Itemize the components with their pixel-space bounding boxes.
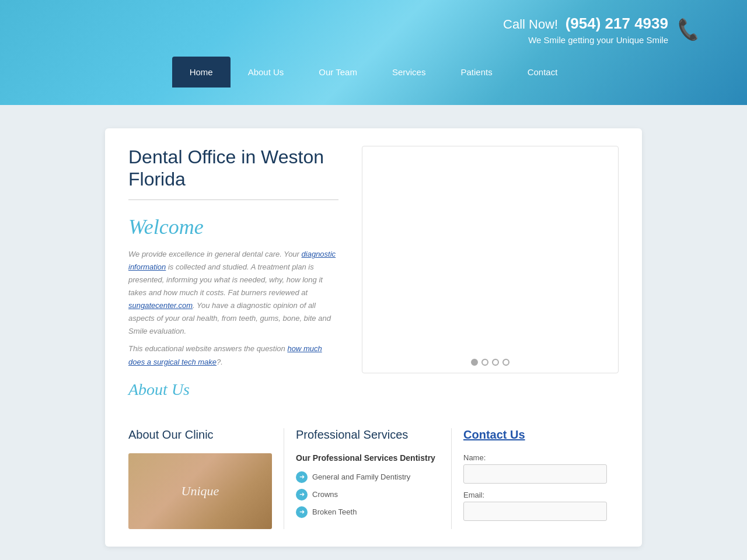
name-input[interactable]	[463, 464, 607, 484]
main-nav: Home About Us Our Team Services Patients…	[0, 57, 747, 88]
about-us-cursive: About Us	[128, 380, 338, 399]
call-label: Call Now!	[503, 17, 558, 32]
slider-dots	[471, 359, 509, 366]
nav-patients[interactable]: Patients	[443, 57, 509, 88]
phone-icon: 📞	[675, 17, 702, 43]
service-item-3: ➜ Broken Teeth	[296, 506, 439, 518]
contact-info: Call Now! (954) 217 4939 We Smile gettin…	[503, 15, 668, 45]
service-item-2: ➜ Crowns	[296, 489, 439, 501]
email-label: Email:	[463, 491, 607, 499]
dot-1[interactable]	[471, 359, 478, 366]
nav-home[interactable]: Home	[172, 57, 231, 88]
about-clinic-heading: About Our Clinic	[128, 428, 272, 442]
nav-our-team[interactable]: Our Team	[301, 57, 375, 88]
service-arrow-1: ➜	[296, 471, 308, 483]
service-label-3: Broken Teeth	[312, 508, 357, 516]
page-title: Dental Office in Weston Florida	[128, 146, 338, 191]
nav-about-us[interactable]: About Us	[231, 57, 302, 88]
right-column	[362, 146, 619, 373]
divider	[128, 200, 338, 200]
two-col-layout: Dental Office in Weston Florida Welcome …	[128, 146, 619, 399]
email-input[interactable]	[463, 502, 607, 521]
about-clinic-col: About Our Clinic Unique	[128, 428, 284, 529]
name-label: Name:	[463, 453, 607, 462]
welcome-text-4: This educational website answers the que…	[128, 344, 287, 353]
nav-services[interactable]: Services	[375, 57, 444, 88]
phone-number: (954) 217 4939	[566, 15, 668, 32]
contact-heading[interactable]: Contact Us	[463, 428, 607, 442]
clinic-image: Unique	[128, 453, 272, 529]
professional-services-heading: Professional Services	[296, 428, 439, 442]
call-now-text: Call Now! (954) 217 4939	[503, 20, 668, 30]
service-arrow-2: ➜	[296, 489, 308, 501]
services-col: Professional Services Our Professional S…	[284, 428, 452, 529]
tagline: We Smile getting your Unique Smile	[503, 35, 668, 45]
clinic-image-label: Unique	[181, 484, 219, 499]
bottom-section: About Our Clinic Unique Professional Ser…	[128, 416, 619, 529]
sungate-link[interactable]: sungatecenter.com	[128, 301, 193, 310]
welcome-text-1: We provide excellence in general dental …	[128, 250, 302, 258]
welcome-text-5: ?.	[217, 358, 223, 366]
dot-3[interactable]	[492, 359, 499, 366]
dot-2[interactable]	[481, 359, 488, 366]
service-label-2: Crowns	[312, 490, 338, 499]
content-card: Dental Office in Weston Florida Welcome …	[105, 128, 642, 547]
header: Call Now! (954) 217 4939 We Smile gettin…	[0, 0, 747, 105]
service-item-1: ➜ General and Family Dentistry	[296, 471, 439, 483]
left-column: Dental Office in Weston Florida Welcome …	[128, 146, 338, 399]
main-container: Dental Office in Weston Florida Welcome …	[93, 117, 654, 558]
dot-4[interactable]	[502, 359, 509, 366]
header-top: Call Now! (954) 217 4939 We Smile gettin…	[0, 0, 747, 51]
welcome-heading: Welcome	[128, 215, 338, 239]
image-slider[interactable]	[362, 146, 619, 373]
contact-col: Contact Us Name: Email:	[452, 428, 619, 529]
services-subheading: Our Professional Services Dentistry	[296, 453, 439, 463]
service-arrow-3: ➜	[296, 506, 308, 518]
welcome-paragraph: We provide excellence in general dental …	[128, 248, 338, 338]
welcome-paragraph-2: This educational website answers the que…	[128, 342, 338, 368]
nav-contact[interactable]: Contact	[510, 57, 575, 88]
service-label-1: General and Family Dentistry	[312, 473, 410, 481]
